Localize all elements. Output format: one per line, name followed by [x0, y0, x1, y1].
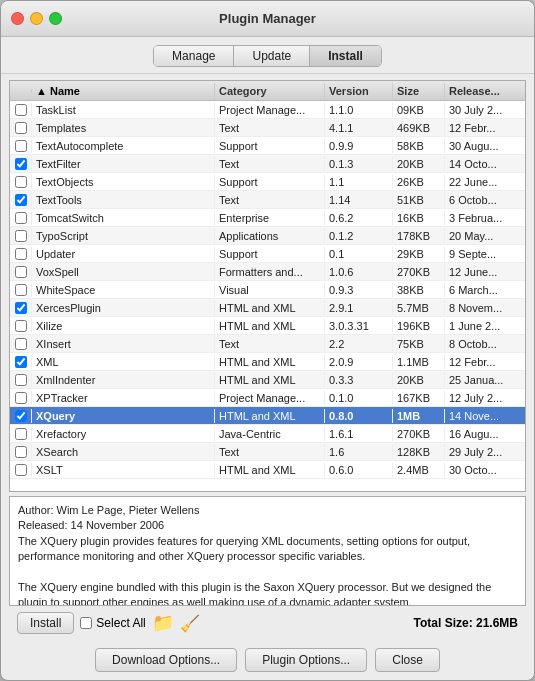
bottom-bar: Install Select All 📁 🧹 Total Size: 21.6M… — [9, 606, 526, 640]
row-category: Support — [215, 247, 325, 261]
row-checkbox[interactable] — [15, 410, 27, 422]
row-version: 0.3.3 — [325, 373, 393, 387]
select-all-text: Select All — [96, 616, 145, 630]
table-row[interactable]: TaskListProject Manage...1.1.009KB30 Jul… — [10, 101, 525, 119]
close-traffic-light[interactable] — [11, 12, 24, 25]
row-name: VoxSpell — [32, 265, 215, 279]
tab-update[interactable]: Update — [234, 46, 310, 66]
row-size: 5.7MB — [393, 301, 445, 315]
row-checkbox[interactable] — [15, 446, 27, 458]
row-checkbox[interactable] — [15, 104, 27, 116]
row-size: 1.1MB — [393, 355, 445, 369]
row-checkbox-cell — [10, 211, 32, 225]
table-row[interactable]: XercesPluginHTML and XML2.9.15.7MB8 Nove… — [10, 299, 525, 317]
row-checkbox[interactable] — [15, 140, 27, 152]
row-name: TaskList — [32, 103, 215, 117]
select-all-checkbox[interactable] — [80, 617, 92, 629]
tab-manage[interactable]: Manage — [154, 46, 234, 66]
maximize-traffic-light[interactable] — [49, 12, 62, 25]
tab-install[interactable]: Install — [310, 46, 381, 66]
row-checkbox[interactable] — [15, 230, 27, 242]
table-row[interactable]: TemplatesText4.1.1469KB12 Febr... — [10, 119, 525, 137]
header-version[interactable]: Version — [325, 83, 393, 99]
row-version: 0.6.2 — [325, 211, 393, 225]
row-category: HTML and XML — [215, 355, 325, 369]
folder-icon[interactable]: 📁 — [152, 612, 174, 634]
row-checkbox-cell — [10, 373, 32, 387]
header-size[interactable]: Size — [393, 83, 445, 99]
table-row[interactable]: XSearchText1.6128KB29 July 2... — [10, 443, 525, 461]
row-size: 270KB — [393, 427, 445, 441]
plugin-manager-window: Plugin Manager Manage Update Install ▲ N… — [0, 0, 535, 681]
download-options-button[interactable]: Download Options... — [95, 648, 237, 672]
row-checkbox[interactable] — [15, 338, 27, 350]
table-row[interactable]: TypoScriptApplications0.1.2178KB20 May..… — [10, 227, 525, 245]
row-release: 29 July 2... — [445, 445, 525, 459]
select-all-label[interactable]: Select All — [80, 616, 145, 630]
row-checkbox[interactable] — [15, 302, 27, 314]
table-row[interactable]: XPTrackerProject Manage...0.1.0167KB12 J… — [10, 389, 525, 407]
table-row[interactable]: TextAutocompleteSupport0.9.958KB30 Augu.… — [10, 137, 525, 155]
row-checkbox-cell — [10, 445, 32, 459]
install-button[interactable]: Install — [17, 612, 74, 634]
row-version: 1.0.6 — [325, 265, 393, 279]
row-checkbox[interactable] — [15, 374, 27, 386]
row-size: 178KB — [393, 229, 445, 243]
row-checkbox[interactable] — [15, 428, 27, 440]
row-checkbox[interactable] — [15, 356, 27, 368]
row-version: 3.0.3.31 — [325, 319, 393, 333]
row-name: XSearch — [32, 445, 215, 459]
titlebar: Plugin Manager — [1, 1, 534, 37]
row-checkbox[interactable] — [15, 266, 27, 278]
close-button[interactable]: Close — [375, 648, 440, 672]
row-checkbox-cell — [10, 355, 32, 369]
row-checkbox[interactable] — [15, 122, 27, 134]
row-category: Visual — [215, 283, 325, 297]
row-name: TextFilter — [32, 157, 215, 171]
row-name: XmlIndenter — [32, 373, 215, 387]
row-checkbox[interactable] — [15, 464, 27, 476]
table-row[interactable]: TextObjectsSupport1.126KB22 June... — [10, 173, 525, 191]
table-row[interactable]: TomcatSwitchEnterprise0.6.216KB3 Februa.… — [10, 209, 525, 227]
table-row[interactable]: WhiteSpaceVisual0.9.338KB6 March... — [10, 281, 525, 299]
row-checkbox[interactable] — [15, 284, 27, 296]
row-checkbox[interactable] — [15, 176, 27, 188]
table-row[interactable]: UpdaterSupport0.129KB9 Septe... — [10, 245, 525, 263]
row-checkbox[interactable] — [15, 212, 27, 224]
row-checkbox[interactable] — [15, 194, 27, 206]
row-release: 30 Octo... — [445, 463, 525, 477]
row-release: 8 Octob... — [445, 337, 525, 351]
row-size: 196KB — [393, 319, 445, 333]
footer: Download Options... Plugin Options... Cl… — [1, 644, 534, 680]
broom-icon[interactable]: 🧹 — [180, 614, 200, 633]
row-checkbox[interactable] — [15, 158, 27, 170]
row-checkbox[interactable] — [15, 320, 27, 332]
row-category: Text — [215, 193, 325, 207]
table-row[interactable]: XMLHTML and XML2.0.91.1MB12 Febr... — [10, 353, 525, 371]
window-title: Plugin Manager — [1, 11, 534, 26]
table-row[interactable]: XSLTHTML and XML0.6.02.4MB30 Octo... — [10, 461, 525, 479]
header-release[interactable]: Release... — [445, 83, 525, 99]
minimize-traffic-light[interactable] — [30, 12, 43, 25]
row-checkbox[interactable] — [15, 392, 27, 404]
table-row[interactable]: XilizeHTML and XML3.0.3.31196KB1 June 2.… — [10, 317, 525, 335]
table-row[interactable]: TextFilterText0.1.320KB14 Octo... — [10, 155, 525, 173]
row-release: 3 Februa... — [445, 211, 525, 225]
row-checkbox[interactable] — [15, 248, 27, 260]
plugin-options-button[interactable]: Plugin Options... — [245, 648, 367, 672]
table-row[interactable]: XInsertText2.275KB8 Octob... — [10, 335, 525, 353]
row-release: 1 June 2... — [445, 319, 525, 333]
table-row[interactable]: VoxSpellFormatters and...1.0.6270KB12 Ju… — [10, 263, 525, 281]
table-row[interactable]: XmlIndenterHTML and XML0.3.320KB25 Janua… — [10, 371, 525, 389]
header-name[interactable]: ▲ Name — [32, 83, 215, 99]
table-row[interactable]: XrefactoryJava-Centric1.6.1270KB16 Augu.… — [10, 425, 525, 443]
table-row[interactable]: XQueryHTML and XML0.8.01MB14 Nove... — [10, 407, 525, 425]
toolbar: Manage Update Install — [1, 37, 534, 74]
row-version: 0.1 — [325, 247, 393, 261]
row-version: 0.8.0 — [325, 409, 393, 423]
description-box: Author: Wim Le Page, Pieter Wellens Rele… — [9, 496, 526, 606]
table-row[interactable]: TextToolsText1.1451KB6 Octob... — [10, 191, 525, 209]
row-release: 12 June... — [445, 265, 525, 279]
row-name: XPTracker — [32, 391, 215, 405]
header-category[interactable]: Category — [215, 83, 325, 99]
